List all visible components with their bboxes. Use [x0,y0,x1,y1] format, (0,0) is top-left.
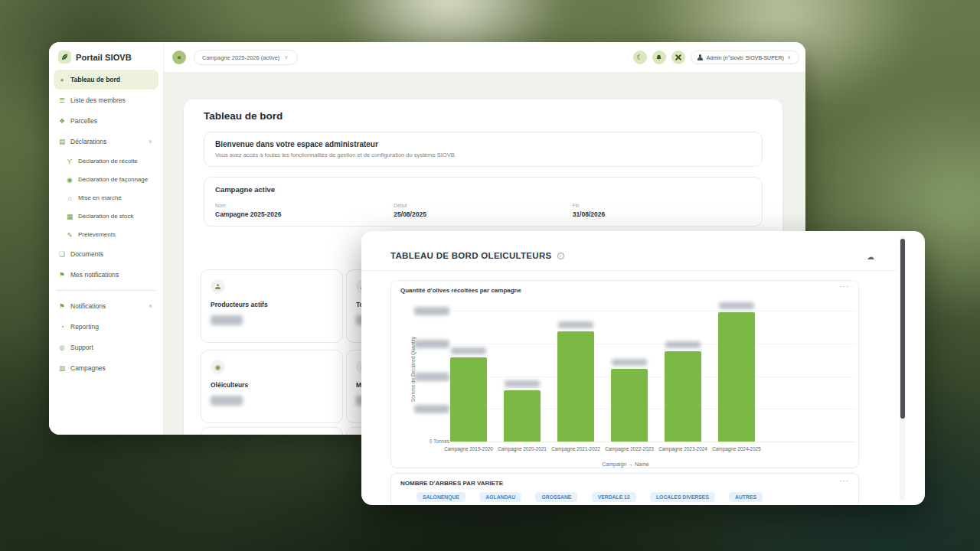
page-title: Tableau de bord [204,110,763,122]
redacted-value [211,396,243,406]
overlay-header: TABLEAU DE BORD OLEICULTEURS i [390,251,564,260]
sidebar-item-reporting[interactable]: ◔ Reporting [54,317,158,337]
redacted-bar-value [665,341,701,348]
stat-card-cotisation-encaissee: ▰ Cotisation encaissée [201,427,343,435]
scrollbar-thumb[interactable] [900,239,905,419]
person-icon [215,284,221,290]
sidebar-item-notifications[interactable]: ⚑ Notifications ∧ [54,296,158,316]
chart-bar [557,331,594,442]
support-icon: ◎ [58,344,66,351]
sidebar-divider [57,290,155,291]
declarations-icon: ▤ [58,138,66,145]
chart-axis-line [452,442,854,442]
app-logo: Portail SIOVB [49,42,163,69]
cloud-download-icon[interactable]: ☁ [867,253,874,261]
sidebar-item-declaration-de-stock[interactable]: ▦ Déclaration de stock [61,207,158,225]
redacted-bar-value [451,347,486,354]
redacted-y-tick [414,307,449,315]
x-axis-label: Campaign → Name [391,461,860,467]
documents-icon: ❏ [58,250,66,258]
chart-bar [504,390,541,442]
sidebar-collapse-button[interactable]: « [172,51,186,64]
campaign-selector-label: Campagne 2025-2026 (active) [202,54,279,61]
redacted-bar-value [558,321,593,328]
sidebar-item-support[interactable]: ◎ Support [54,337,158,357]
redacted-y-tick [414,340,449,348]
varieties-card: NOMBRE D'ARBRES PAR VARIETE ··· SALONENQ… [390,473,859,505]
sidebar-item-documents[interactable]: ❏ Documents [54,244,158,264]
campaign-selector[interactable]: Campagne 2025-2026 (active) ∨ [194,50,298,65]
variety-badge-verdale-13[interactable]: VERDALE 13 [592,492,636,502]
sidebar-item-parcelles[interactable]: ❖ Parcelles [54,111,158,131]
chevron-down-icon: ∨ [787,54,792,60]
market-icon: ⌂ [66,194,74,202]
active-campaign-box: Campagne active Nom Campagne 2025-2026 D… [204,177,763,227]
chart-gridline [452,377,854,377]
welcome-box: Bienvenue dans votre espace administrate… [204,132,763,167]
sidebar-item-declaration-de-faconnage[interactable]: ◉ Déclaration de façonnage [61,171,158,188]
variety-badge-locales-diverses[interactable]: LOCALES DIVERSES [650,492,715,502]
chart-bar [450,357,487,442]
variety-badge-aglandau[interactable]: AGLANDAU [479,492,521,502]
sidebar-item-mise-en-marche[interactable]: ⌂ Mise en marché [61,189,158,207]
tools-button[interactable] [671,51,685,64]
varieties-menu-button[interactable]: ··· [839,477,849,485]
sidebar-item-declaration-de-recolte[interactable]: ϒ Déclaration de récolte [61,152,158,170]
samples-icon: ✎ [66,231,74,239]
welcome-title: Bienvenue dans votre espace administrate… [215,140,751,148]
chevron-down-icon: ∨ [284,54,289,60]
y-tick-zero: 0 Tonnes [405,439,449,444]
sidebar-nav: ◕ Tableau de bord ☰ Liste des membres ❖ … [49,70,163,378]
parcels-icon: ❖ [58,117,66,125]
stock-icon: ▦ [66,213,74,220]
topbar: « Campagne 2025-2026 (active) ∨ ☾ Admin … [164,42,805,73]
moon-icon: ☾ [637,54,643,61]
admin-label: Admin (n°siovb: SIOVB-SUPER) [707,55,784,60]
campaign-field-debut: Début 25/08/2025 [394,203,572,218]
bell-icon [655,54,662,61]
chart-gridline [452,344,854,344]
sidebar-item-liste-des-membres[interactable]: ☰ Liste des membres [54,90,158,110]
chart-gridline [452,311,854,311]
admin-menu[interactable]: Admin (n°siovb: SIOVB-SUPER) ∨ [691,51,799,64]
sidebar-item-campagnes[interactable]: ▥ Campagnes [54,358,158,378]
scrollbar-track[interactable] [900,236,905,500]
varieties-title: NOMBRE D'ARBRES PAR VARIETE [400,480,503,487]
reporting-icon: ◔ [58,323,66,331]
sidebar-item-prelevements[interactable]: ✎ Prélèvements [61,226,158,243]
dark-mode-button[interactable]: ☾ [633,51,647,64]
variety-badge-grossane[interactable]: GROSSANE [535,492,577,502]
app-title: Portail SIOVB [76,53,132,62]
chevron-up-icon: ∧ [149,303,154,309]
chart-menu-button[interactable]: ··· [839,282,849,291]
members-icon: ☰ [58,96,66,104]
olives-chart-card: Quantité d'olives récoltées par campagne… [390,280,859,468]
info-icon[interactable]: i [557,253,564,259]
notifications-button[interactable] [652,51,666,64]
active-campaign-fields: Nom Campagne 2025-2026 Début 25/08/2025 … [215,203,751,218]
stat-card-oleiculteurs: ◉ Oléiculteurs [201,350,343,423]
redacted-bar-value [719,302,754,309]
pressing-icon: ◉ [66,176,74,184]
topbar-actions: ☾ Admin (n°siovb: SIOVB-SUPER) ∨ [633,42,799,73]
campaign-field-fin: Fin 31/08/2026 [573,203,751,218]
header-divider [361,270,897,271]
dashboard-icon: ◕ [58,76,66,83]
redacted-y-tick [414,373,449,381]
stat-card-producteurs-actifs: Producteurs actifs [201,269,343,343]
chart-bar [718,312,755,442]
redacted-value [211,315,243,325]
welcome-subtitle: Vous avez accès à toutes les fonctionnal… [215,152,751,158]
oil-icon: ◉ [215,364,221,371]
variety-badge-autres[interactable]: AUTRES [729,492,763,502]
active-campaign-title: Campagne active [215,185,751,194]
x-tick-label: Campagne 2024-2025 [702,446,771,452]
sidebar-item-declarations[interactable]: ▤ Déclarations ∨ [54,132,158,152]
desktop: Portail SIOVB ◕ Tableau de bord ☰ Liste … [0,0,980,551]
oleiculteurs-window: TABLEAU DE BORD OLEICULTEURS i ☁ Quantit… [361,231,925,505]
campaign-field-nom: Nom Campagne 2025-2026 [215,203,394,218]
sidebar-item-mes-notifications[interactable]: ⚑ Mes notifications [54,265,158,285]
sidebar-item-tableau-de-bord[interactable]: ◕ Tableau de bord [54,70,158,90]
variety-badge-salonenque[interactable]: SALONENQUE [416,492,466,502]
tools-icon [675,54,682,61]
